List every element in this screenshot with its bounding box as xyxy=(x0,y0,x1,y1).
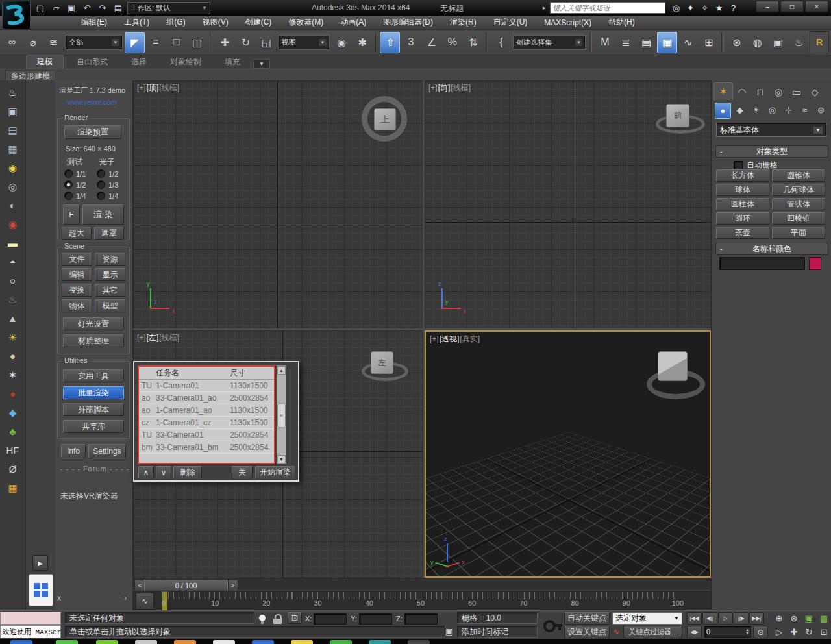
forum-label[interactable]: - - - - Forum - - - - xyxy=(60,465,130,473)
utility-button[interactable]: 实用工具 xyxy=(63,369,124,382)
move-up-button[interactable]: ∧ xyxy=(138,466,154,478)
maximize-button[interactable]: □ xyxy=(780,1,804,12)
cat-systems[interactable]: ⊛ xyxy=(813,103,828,118)
sun-icon[interactable]: ☀ xyxy=(3,328,23,346)
menu-item[interactable]: 图形编辑器(D) xyxy=(375,16,441,29)
dome-light-icon[interactable]: ◓ xyxy=(3,253,23,271)
autogrid-checkbox[interactable] xyxy=(734,161,743,170)
named-selection-sets-dropdown[interactable]: 创建选择集▼ xyxy=(514,36,585,49)
viewport-perspective[interactable]: [+][透视][真实] z y x xyxy=(425,330,711,578)
next-frame-button[interactable]: > xyxy=(228,580,238,591)
window-crossing-icon[interactable]: ◫ xyxy=(187,32,207,53)
current-frame-field[interactable]: 0 ▲▼ xyxy=(704,626,751,638)
track-bar[interactable]: ∿ 0102030405060708090100 xyxy=(133,590,711,611)
utility-button[interactable]: 批量渲染 xyxy=(63,386,124,399)
spinner-snap-icon[interactable]: ⇅ xyxy=(463,32,483,53)
selection-lock-icon[interactable] xyxy=(273,614,282,624)
workspace-dropdown[interactable]: 工作区: 默认▼ xyxy=(127,2,210,14)
tab-create[interactable]: ✶ xyxy=(713,82,733,100)
mask-button[interactable]: 遮罩 xyxy=(94,227,124,240)
primitive-button[interactable]: 圆柱体 xyxy=(716,198,769,210)
oversize-button[interactable]: 超大 xyxy=(62,227,92,240)
primitive-button[interactable]: 圆环 xyxy=(716,212,769,225)
undo-icon[interactable]: ↶ xyxy=(81,2,93,14)
render-setup-icon[interactable]: ◍ xyxy=(747,32,767,53)
rendered-frame-icon[interactable]: ▣ xyxy=(768,32,788,53)
menu-item[interactable]: 动画(A) xyxy=(332,16,375,29)
prev-frame-button[interactable]: < xyxy=(134,580,145,591)
expand-panel-button[interactable]: ▶ xyxy=(32,555,48,571)
key-filters-button[interactable]: 关键点过滤器... xyxy=(623,626,682,638)
next-frame-icon[interactable]: ||▶ xyxy=(734,612,749,625)
go-end-icon[interactable]: ▶▶| xyxy=(749,612,764,625)
rollout-object-type[interactable]: - 对象类型 xyxy=(715,145,828,158)
time-slider-thumb[interactable]: 0 / 100 xyxy=(144,580,228,591)
taskbar-app-icon[interactable] xyxy=(369,640,391,644)
table-row[interactable]: TU 1-Camera01 1130x1500 xyxy=(139,380,274,392)
taskbar-app-icon[interactable] xyxy=(291,640,313,644)
menu-item[interactable]: 视图(V) xyxy=(194,16,237,29)
rotate-icon[interactable]: ↻ xyxy=(236,32,256,53)
viewcube[interactable]: 左 xyxy=(371,351,393,374)
menu-item[interactable]: 工具(T) xyxy=(116,16,158,29)
save-file-icon[interactable]: ▣ xyxy=(65,2,78,14)
radio-test-1-1[interactable]: 1/1 xyxy=(64,169,86,178)
scene-button[interactable]: 模型 xyxy=(95,299,125,312)
table-row[interactable]: cz 1-Camera01_cz 1130x1500 xyxy=(139,417,274,429)
lamp-icon[interactable]: ◆ xyxy=(3,404,23,421)
ribbon-tab-selection[interactable]: 选择 xyxy=(121,55,157,69)
sign-in-key-icon[interactable]: ✦ xyxy=(684,2,698,14)
move-down-button[interactable]: ∨ xyxy=(156,466,171,478)
scroll-up-icon[interactable]: ▲ xyxy=(277,366,286,375)
new-file-icon[interactable]: ▢ xyxy=(34,2,47,14)
menu-item[interactable]: 组(G) xyxy=(158,16,193,29)
schematic-view-icon[interactable]: ⊞ xyxy=(699,32,719,53)
edit-named-sets-icon[interactable]: { xyxy=(491,32,511,53)
table-scrollbar[interactable]: ▲ ≡ ▼ xyxy=(277,365,286,464)
align-icon[interactable]: ≣ xyxy=(615,32,636,53)
radio-test-1-4[interactable]: 1/4 xyxy=(64,192,86,200)
sphere-light-icon[interactable]: ○ xyxy=(3,272,23,290)
render-frame-window-icon[interactable]: ▣ xyxy=(3,103,23,120)
rollout-name-color[interactable]: - 名称和颜色 xyxy=(715,243,828,255)
ink-drop-icon[interactable]: ● xyxy=(3,385,23,402)
viewport-left-label[interactable]: [+][左][线框] xyxy=(137,332,179,343)
zero-icon[interactable]: Ø xyxy=(3,460,23,478)
camera-list-icon[interactable]: ◎ xyxy=(3,178,23,195)
f-button[interactable]: F xyxy=(63,204,80,225)
object-name-field[interactable] xyxy=(719,257,805,270)
panel-close[interactable]: x xyxy=(57,593,61,602)
project-folder-icon[interactable]: ▤ xyxy=(112,2,125,14)
tab-hierarchy[interactable]: ⊓ xyxy=(751,84,769,100)
table-row[interactable]: ao 1-Camera01_ao 1130x1500 xyxy=(139,404,274,417)
primitive-button[interactable]: 平面 xyxy=(772,227,825,239)
radio-test-1-2[interactable]: 1/2 xyxy=(64,180,86,189)
set-key-button[interactable]: 设置关键点 xyxy=(564,626,610,638)
table-row[interactable]: TU 33-Camera01 2500x2854 xyxy=(139,429,274,441)
unlink-icon[interactable]: ⌀ xyxy=(23,32,43,53)
tile-icon[interactable]: ▦ xyxy=(3,479,23,497)
zoom-icon[interactable]: ⊕ xyxy=(772,612,786,625)
radio-photon-1-2[interactable]: 1/2 xyxy=(97,169,118,178)
select-link-icon[interactable]: ∞ xyxy=(2,32,22,53)
bind-spacewarp-icon[interactable]: ≋ xyxy=(43,32,64,53)
viewcube[interactable]: 上 xyxy=(374,108,396,130)
plane-light-icon[interactable]: ▬ xyxy=(3,234,23,252)
light-lister-icon[interactable]: ◉ xyxy=(3,159,23,177)
primitive-button[interactable]: 长方体 xyxy=(716,169,769,182)
select-by-name-icon[interactable]: ≡ xyxy=(145,32,166,53)
wire-teapot-icon[interactable]: ♨ xyxy=(3,291,23,308)
hf-icon[interactable]: HF xyxy=(3,441,23,459)
select-manipulate-icon[interactable]: ✱ xyxy=(353,32,373,53)
selection-filter-dropdown[interactable]: 全部▼ xyxy=(66,36,122,49)
ribbon-tab-freeform[interactable]: 自由形式 xyxy=(66,55,118,69)
search-binoculars-icon[interactable]: ◎ xyxy=(669,2,684,14)
maximize-viewport-icon[interactable]: ⊡ xyxy=(817,625,831,638)
tiles-launcher-icon[interactable] xyxy=(29,574,53,606)
table-row[interactable]: ao 33-Camera01_ao 2500x2854 xyxy=(139,392,274,404)
communication-icon[interactable]: ✧ xyxy=(698,2,712,14)
primitive-button[interactable]: 四棱锥 xyxy=(772,212,825,225)
render-button[interactable]: 渲 染 xyxy=(82,204,124,225)
viewport-top[interactable]: [+][顶][线框] 上 y x z xyxy=(133,80,423,328)
menu-item[interactable]: 修改器(M) xyxy=(280,16,332,29)
